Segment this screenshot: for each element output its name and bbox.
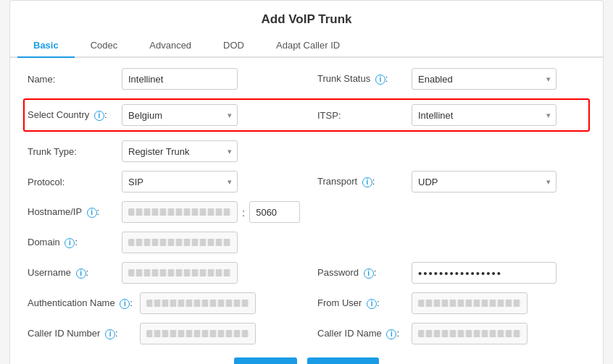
itsp-label: ITSP: <box>317 110 412 121</box>
domain-label: Domain i: <box>28 237 122 248</box>
protocol-select[interactable]: SIP IAX2 <box>122 171 238 192</box>
username-input[interactable] <box>122 262 238 284</box>
col-protocol: Protocol: SIP IAX2 ▾ <box>28 171 296 192</box>
row-trunk-type: Trunk Type: Register Trunk Peer Trunk ▾ <box>28 140 585 162</box>
name-label: Name: <box>28 74 122 85</box>
col-password: Password i: <box>317 262 585 284</box>
auth-name-label: Authentication Name i: <box>28 297 140 309</box>
add-voip-trunk-modal: Add VoIP Trunk Basic Codec Advanced DOD … <box>9 0 604 364</box>
caller-id-number-input[interactable] <box>140 323 256 344</box>
row-domain: Domain i: <box>28 232 585 253</box>
username-label: Username i: <box>28 267 122 279</box>
auth-name-info-icon[interactable]: i <box>120 299 130 309</box>
tab-codec[interactable]: Codec <box>75 34 134 58</box>
password-input[interactable] <box>412 262 556 284</box>
country-label: Select Country i: <box>28 109 122 121</box>
caller-id-number-blur <box>146 330 249 337</box>
col-transport: Transport i: UDP TCP TLS ▾ <box>317 171 585 192</box>
password-info-icon[interactable]: i <box>364 268 374 279</box>
transport-select[interactable]: UDP TCP TLS <box>412 171 556 192</box>
from-user-blur <box>418 300 521 307</box>
tab-adapt-caller-id[interactable]: Adapt Caller ID <box>260 34 356 58</box>
protocol-select-wrap: SIP IAX2 ▾ <box>122 171 238 192</box>
auth-name-blur <box>146 300 249 307</box>
row-hostname: Hostname/IP i: : <box>28 201 585 223</box>
col-name: Name: <box>28 68 296 90</box>
row-callerid: Caller ID Number i: Caller ID Name i: <box>28 323 585 344</box>
tab-bar: Basic Codec Advanced DOD Adapt Caller ID <box>10 34 603 58</box>
transport-label: Transport i: <box>317 176 412 187</box>
trunk-status-select-wrap: Enabled Disabled ▾ <box>412 68 556 90</box>
auth-name-input[interactable] <box>140 292 256 314</box>
caller-id-name-blur <box>418 330 521 337</box>
col-username: Username i: <box>28 262 296 284</box>
username-info-icon[interactable]: i <box>76 268 86 279</box>
trunk-status-select[interactable]: Enabled Disabled <box>412 68 556 90</box>
country-select[interactable]: Belgium France Germany Netherlands Unite… <box>122 104 238 126</box>
country-select-wrap: Belgium France Germany Netherlands Unite… <box>122 104 238 126</box>
from-user-info-icon[interactable]: i <box>367 299 377 309</box>
password-label: Password i: <box>317 267 412 279</box>
col-trunk-type: Trunk Type: Register Trunk Peer Trunk ▾ <box>28 140 585 162</box>
col-auth-name: Authentication Name i: <box>28 292 296 314</box>
col-domain: Domain i: <box>28 232 585 253</box>
col-hostname: Hostname/IP i: : <box>28 201 585 223</box>
save-button[interactable]: Save <box>234 357 296 364</box>
col-trunk-status: Trunk Status i: Enabled Disabled ▾ <box>317 68 585 90</box>
row-country-itsp: Select Country i: Belgium France Germany… <box>23 98 590 132</box>
caller-id-name-info-icon[interactable]: i <box>386 329 396 339</box>
col-itsp: ITSP: Intellinet Other ▾ <box>317 104 585 126</box>
itsp-select[interactable]: Intellinet Other <box>412 104 556 126</box>
trunk-status-info-icon[interactable]: i <box>375 75 385 85</box>
hostname-blur <box>128 208 231 216</box>
transport-info-icon[interactable]: i <box>362 177 372 187</box>
col-from-user: From User i: <box>317 292 585 314</box>
tab-dod[interactable]: DOD <box>207 34 260 58</box>
button-row: Save Cancel <box>28 357 585 364</box>
caller-id-number-label: Caller ID Number i: <box>28 328 140 339</box>
name-input[interactable] <box>122 68 238 90</box>
caller-id-name-label: Caller ID Name i: <box>317 328 412 339</box>
row-username-password: Username i: Password i: <box>28 262 585 284</box>
domain-info-icon[interactable]: i <box>64 238 75 248</box>
itsp-select-wrap: Intellinet Other ▾ <box>412 104 556 126</box>
trunk-status-label: Trunk Status i: <box>317 73 412 85</box>
port-separator: : <box>242 206 245 219</box>
cancel-button[interactable]: Cancel <box>307 357 379 364</box>
domain-input[interactable] <box>122 232 238 253</box>
caller-id-name-input[interactable] <box>412 323 527 344</box>
col-caller-id-number: Caller ID Number i: <box>28 323 296 344</box>
hostname-info-icon[interactable]: i <box>87 208 97 218</box>
trunk-type-label: Trunk Type: <box>28 146 122 157</box>
country-info-icon[interactable]: i <box>94 111 104 121</box>
col-country: Select Country i: Belgium France Germany… <box>28 104 296 126</box>
row-auth-fromuser: Authentication Name i: From User i: <box>28 292 585 314</box>
trunk-type-select-wrap: Register Trunk Peer Trunk ▾ <box>122 140 238 162</box>
port-input[interactable] <box>249 201 300 223</box>
caller-id-number-info-icon[interactable]: i <box>105 329 115 339</box>
form-body: Name: Trunk Status i: Enabled Disabled ▾ <box>10 58 603 364</box>
domain-blur <box>128 239 231 246</box>
trunk-type-select[interactable]: Register Trunk Peer Trunk <box>122 140 238 162</box>
protocol-label: Protocol: <box>28 177 122 187</box>
col-caller-id-name: Caller ID Name i: <box>317 323 585 344</box>
row-name-status: Name: Trunk Status i: Enabled Disabled ▾ <box>28 68 585 90</box>
hostname-label: Hostname/IP i: <box>28 206 122 218</box>
hostname-input[interactable] <box>122 201 238 223</box>
from-user-label: From User i: <box>317 297 412 309</box>
modal-title: Add VoIP Trunk <box>10 1 603 34</box>
username-blur <box>128 269 231 276</box>
tab-advanced[interactable]: Advanced <box>133 34 207 58</box>
tab-basic[interactable]: Basic <box>17 34 75 58</box>
transport-select-wrap: UDP TCP TLS ▾ <box>412 171 556 192</box>
row-protocol-transport: Protocol: SIP IAX2 ▾ Transport i: UDP <box>28 171 585 192</box>
from-user-input[interactable] <box>412 292 527 314</box>
